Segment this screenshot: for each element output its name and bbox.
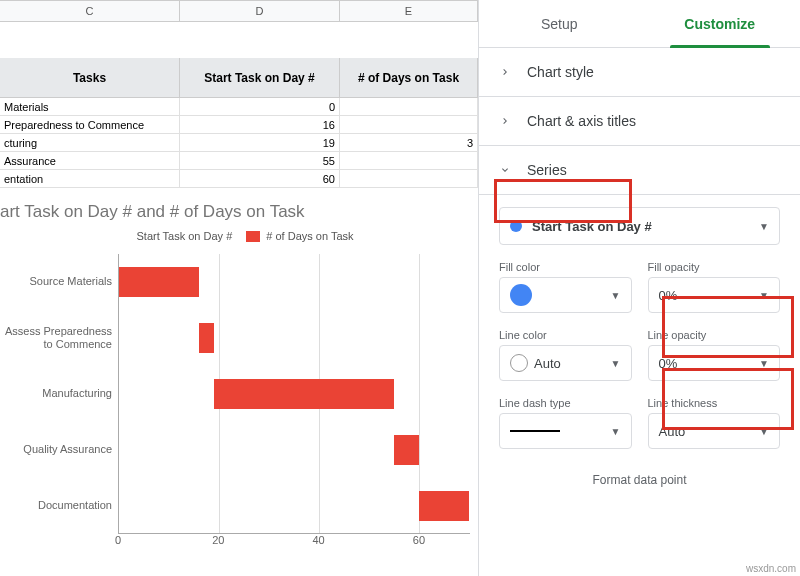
section-label: Series [527,162,567,178]
table-row: Preparedness to Commence 16 [0,116,478,134]
embedded-chart[interactable]: art Task on Day # and # of Days on Task … [0,188,478,546]
cell-start[interactable]: 16 [180,116,340,133]
dropdown-caret-icon: ▼ [759,290,769,301]
legend-item: # of Days on Task [246,230,353,242]
tab-customize[interactable]: Customize [640,0,801,47]
section-chart-style[interactable]: Chart style [479,48,800,97]
line-thickness-select[interactable]: Auto ▼ [648,413,781,449]
col-header-e[interactable]: E [340,0,478,21]
dropdown-caret-icon: ▼ [759,358,769,369]
column-header-row: C D E [0,0,478,22]
cell-start[interactable]: 55 [180,152,340,169]
line-thickness-value: Auto [659,424,686,439]
color-swatch-icon [510,284,532,306]
cell-task[interactable]: Preparedness to Commence [0,116,180,133]
line-opacity-value: 0% [659,356,678,371]
y-tick-label: Manufacturing [0,366,118,422]
y-tick-label: Assess Preparedness to Commence [0,310,118,366]
section-series[interactable]: Series [479,146,800,195]
fill-opacity-label: Fill opacity [648,261,781,273]
watermark: wsxdn.com [746,563,796,574]
line-opacity-label: Line opacity [648,329,781,341]
legend-swatch [246,231,260,242]
chevron-down-icon [499,164,511,176]
cell-task[interactable]: cturing [0,134,180,151]
cell-start[interactable]: 0 [180,98,340,115]
chart-bar [214,379,394,409]
series-color-icon [510,220,522,232]
cell-days[interactable] [340,98,478,115]
dropdown-caret-icon: ▼ [611,426,621,437]
col-header-d[interactable]: D [180,0,340,21]
dropdown-caret-icon: ▼ [611,358,621,369]
cell-task[interactable]: entation [0,170,180,187]
cell-start[interactable]: 60 [180,170,340,187]
legend-swatch [116,231,130,242]
line-opacity-select[interactable]: 0% ▼ [648,345,781,381]
chart-legend: Start Task on Day # # of Days on Task [0,230,470,242]
cell-days[interactable]: 3 [340,134,478,151]
table-row: entation 60 [0,170,478,188]
header-start[interactable]: Start Task on Day # [180,58,340,98]
chart-bar [419,491,469,521]
section-label: Chart & axis titles [527,113,636,129]
y-tick-label: Documentation [0,478,118,534]
dropdown-caret-icon: ▼ [759,426,769,437]
fill-color-picker[interactable]: ▼ [499,277,632,313]
cell-days[interactable] [340,152,478,169]
x-axis: 0 20 40 60 [118,534,470,546]
series-name: Start Task on Day # [532,219,652,234]
cell-days[interactable] [340,170,478,187]
line-color-value: Auto [534,356,561,371]
line-dash-label: Line dash type [499,397,632,409]
table-row: cturing 19 3 [0,134,478,152]
header-tasks[interactable]: Tasks [0,58,180,98]
chevron-right-icon [499,115,511,127]
dropdown-caret-icon: ▼ [759,221,769,232]
tab-setup[interactable]: Setup [479,0,640,47]
y-axis: Source Materials Assess Preparedness to … [0,254,118,534]
fill-opacity-value: 0% [659,288,678,303]
chart-bar [394,435,419,465]
fill-opacity-select[interactable]: 0% ▼ [648,277,781,313]
header-days[interactable]: # of Days on Task [340,58,478,98]
col-header-c[interactable]: C [0,0,180,21]
legend-label: Start Task on Day # [136,230,232,242]
dropdown-caret-icon: ▼ [611,290,621,301]
line-thickness-label: Line thickness [648,397,781,409]
table-row: Materials 0 [0,98,478,116]
line-dash-icon [510,430,560,432]
section-label: Chart style [527,64,594,80]
chart-title: art Task on Day # and # of Days on Task [0,202,470,222]
fill-color-label: Fill color [499,261,632,273]
line-dash-select[interactable]: ▼ [499,413,632,449]
section-chart-titles[interactable]: Chart & axis titles [479,97,800,146]
color-swatch-icon [510,354,528,372]
chevron-right-icon [499,66,511,78]
chart-editor-panel: Setup Customize Chart style Chart & axis… [478,0,800,576]
chart-bar [199,323,214,353]
cell-task[interactable]: Materials [0,98,180,115]
legend-item: Start Task on Day # [116,230,232,242]
legend-label: # of Days on Task [266,230,353,242]
table-row: Assurance 55 [0,152,478,170]
y-tick-label: Source Materials [0,254,118,310]
cell-days[interactable] [340,116,478,133]
table-header-row: Tasks Start Task on Day # # of Days on T… [0,58,478,98]
line-color-picker[interactable]: Auto ▼ [499,345,632,381]
cell-task[interactable]: Assurance [0,152,180,169]
chart-bar [119,267,199,297]
y-tick-label: Quality Assurance [0,422,118,478]
plot-area [118,254,470,534]
series-selector[interactable]: Start Task on Day # ▼ [499,207,780,245]
line-color-label: Line color [499,329,632,341]
format-data-point-label: Format data point [499,465,780,487]
cell-start[interactable]: 19 [180,134,340,151]
